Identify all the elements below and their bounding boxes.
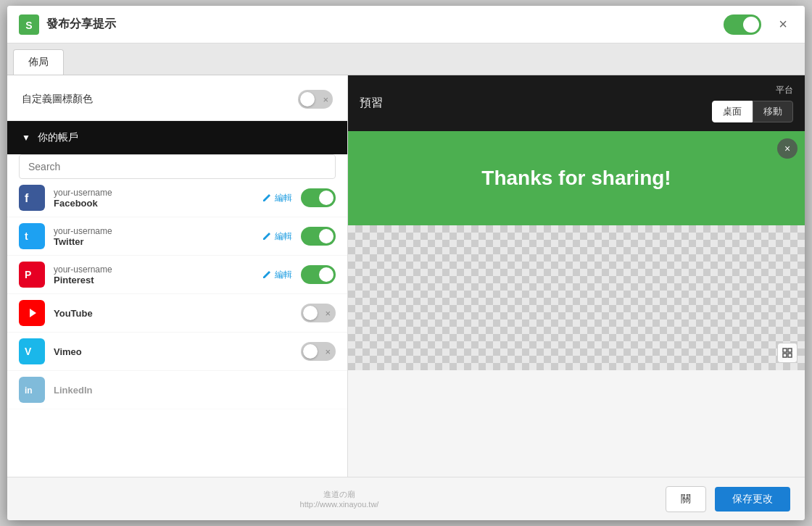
svg-text:in: in [25,385,33,396]
social-item-youtube: YouTube [7,294,347,333]
vimeo-info: Vimeo [54,346,301,357]
pinterest-toggle[interactable] [301,265,336,284]
expand-area [348,225,805,370]
cancel-button[interactable]: 關 [666,486,706,512]
facebook-name: Facebook [54,198,262,209]
svg-rect-9 [788,348,792,352]
save-button[interactable]: 保存更改 [715,487,790,512]
pinterest-icon: P [19,262,45,288]
mobile-button[interactable]: 移動 [753,101,793,122]
account-section-title: 你的帳戶 [38,131,78,144]
desktop-button[interactable]: 桌面 [712,101,753,122]
footer: 進道の廟 http://www.xinayou.tw/ 關 保存更改 [7,477,805,520]
svg-rect-8 [783,348,787,352]
title-bar: S 發布分享提示 × [7,6,805,43]
vimeo-toggle[interactable] [301,342,336,361]
facebook-toggle[interactable] [301,188,336,207]
social-list: f your-username Facebook 編輯 [7,179,347,409]
search-input[interactable] [19,154,336,179]
linkedin-name: LinkedIn [54,385,336,396]
svg-text:V: V [25,346,32,357]
watermark: 進道の廟 http://www.xinayou.tw/ [22,489,657,509]
app-icon: S [19,14,39,35]
linkedin-icon: in [19,377,45,403]
youtube-info: YouTube [54,308,301,319]
dialog-title: 發布分享提示 [46,17,724,32]
share-banner: Thanks for sharing! × [348,131,805,225]
social-item-twitter: t your-username Twitter 編輯 [7,217,347,256]
social-item-facebook: f your-username Facebook 編輯 [7,179,347,217]
facebook-icon: f [19,185,45,211]
twitter-edit-button[interactable]: 編輯 [262,230,292,243]
pinterest-name: Pinterest [54,275,262,285]
vimeo-icon: V [19,338,45,364]
main-content: 自定義圖標顏色 ▼ 你的帳戶 [7,75,805,477]
edit-icon [262,231,272,241]
platform-section: 平台 桌面 移動 [712,84,793,122]
svg-rect-11 [788,354,792,357]
expand-button[interactable] [777,343,798,363]
dialog: S 發布分享提示 × 佈局 自定義圖標顏色 [7,6,805,520]
custom-icon-toggle[interactable] [298,90,333,109]
collapse-arrow-icon: ▼ [22,133,30,143]
youtube-toggle[interactable] [301,304,336,322]
twitter-icon: t [19,223,45,249]
svg-rect-10 [783,354,787,357]
twitter-name: Twitter [54,236,262,247]
right-panel: 預習 平台 桌面 移動 Thanks for sharing! [348,75,805,477]
twitter-toggle[interactable] [301,227,336,246]
pinterest-info: your-username Pinterest [54,264,262,285]
tabs-bar: 佈局 [7,43,805,75]
facebook-info: your-username Facebook [54,188,262,209]
facebook-edit-button[interactable]: 編輯 [262,192,292,204]
social-item-linkedin: in LinkedIn [7,371,347,409]
platform-buttons: 桌面 移動 [712,101,793,122]
preview-header: 預習 平台 桌面 移動 [348,75,805,131]
main-toggle[interactable] [724,14,761,35]
tab-layout[interactable]: 佈局 [13,49,64,75]
preview-label: 預習 [360,96,383,111]
left-scroll[interactable]: 自定義圖標顏色 ▼ 你的帳戶 [7,75,347,477]
left-panel: 自定義圖標顏色 ▼ 你的帳戶 [7,75,348,477]
svg-text:S: S [25,20,32,31]
youtube-name: YouTube [54,308,301,319]
custom-icon-section: 自定義圖標顏色 [7,75,347,121]
close-button[interactable]: × [773,14,793,35]
svg-text:t: t [25,230,28,242]
expand-icon [782,347,793,359]
svg-marker-5 [30,309,36,317]
share-banner-text: Thanks for sharing! [481,167,671,190]
custom-icon-label: 自定義圖標顏色 [22,93,93,106]
custom-icon-row: 自定義圖標顏色 [22,90,333,109]
account-section-header[interactable]: ▼ 你的帳戶 [7,121,347,154]
facebook-username: your-username [54,188,262,198]
pinterest-edit-button[interactable]: 編輯 [262,269,292,281]
banner-close-button[interactable]: × [777,138,798,159]
youtube-icon [19,300,45,326]
vimeo-name: Vimeo [54,346,301,357]
linkedin-info: LinkedIn [54,385,336,396]
checker-area [348,225,805,370]
search-wrapper [7,154,347,179]
platform-label: 平台 [776,84,793,96]
edit-icon [262,193,272,203]
preview-content: Thanks for sharing! × [348,131,805,477]
social-item-pinterest: P your-username Pinterest 編輯 [7,256,347,294]
svg-text:P: P [25,269,31,280]
edit-icon [262,270,272,280]
social-item-vimeo: V Vimeo [7,333,347,371]
svg-text:f: f [25,192,29,204]
twitter-info: your-username Twitter [54,226,262,247]
twitter-username: your-username [54,226,262,236]
pinterest-username: your-username [54,264,262,275]
